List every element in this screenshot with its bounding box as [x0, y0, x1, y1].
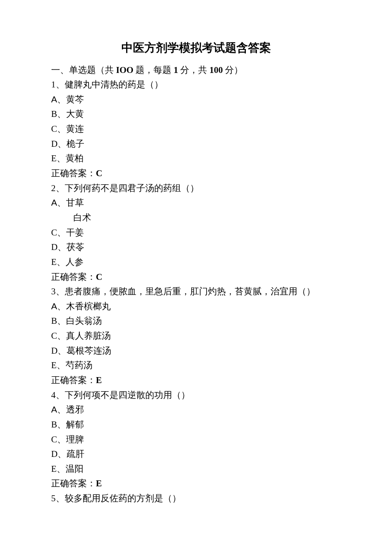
question-body: 下列何药不是四君子汤的药组（） [65, 183, 199, 193]
option-text: 理脾 [66, 434, 84, 445]
option-sep: 、 [57, 360, 66, 370]
option-sep: 、 [58, 346, 66, 356]
option-line: D、茯苓 [51, 240, 341, 255]
option-sep: 、 [57, 316, 66, 326]
option-text: 干姜 [66, 227, 84, 238]
page-title: 中医方剂学模拟考试题含答案 [51, 38, 341, 58]
option-text: 黄连 [66, 124, 84, 134]
answer-label: 正确答案： [51, 168, 96, 178]
option-sep: 、 [57, 124, 66, 134]
option-label: E [51, 257, 57, 267]
option-label: D [51, 449, 58, 459]
option-label: B [51, 316, 57, 326]
option-sep: 、 [57, 94, 66, 105]
option-line: A、透邪 [51, 402, 341, 417]
option-line: D、葛根芩连汤 [51, 343, 341, 358]
option-sep: 、 [58, 242, 66, 252]
option-line: B、大黄 [51, 107, 341, 122]
option-sep: 、 [57, 198, 66, 208]
option-text: 真人养脏汤 [66, 331, 111, 341]
section-count: IOO [116, 65, 133, 75]
option-text: 木香槟榔丸 [66, 301, 111, 311]
option-text: 黄芩 [66, 94, 84, 105]
option-line: E、芍药汤 [51, 358, 341, 373]
option-label: B [51, 419, 57, 430]
question-text: 5、较多配用反佐药的方剂是（） [51, 491, 341, 506]
option-sep: 、 [57, 153, 66, 163]
option-label: A [51, 94, 57, 104]
question-body: 较多配用反佐药的方剂是（） [65, 493, 181, 503]
option-label: B [51, 109, 57, 119]
option-text: 桅子 [66, 139, 84, 149]
option-line: C、真人养脏汤 [51, 328, 341, 343]
option-line: B、白头翁汤 [51, 314, 341, 328]
option-sep: 、 [57, 464, 66, 474]
question-number: 1、 [51, 79, 65, 90]
answer-label: 正确答案： [51, 272, 96, 282]
option-line: E、人参 [51, 255, 341, 270]
option-sep: 、 [57, 419, 66, 430]
section-header: 一、单选题（共 IOO 题，每题 1 分，共 100 分） [51, 63, 341, 78]
question-number: 3、 [51, 286, 65, 296]
section-mid1: 题，每题 [133, 65, 174, 75]
option-label: A [51, 198, 57, 207]
option-text: 甘草 [66, 198, 84, 208]
option-sep: 、 [57, 257, 66, 267]
section-prefix: 一、单选题（共 [51, 65, 116, 75]
answer-line: 正确答案：E [51, 476, 341, 491]
option-label: E [51, 464, 57, 474]
option-text: 大黄 [66, 109, 84, 119]
section-per: 1 [174, 65, 179, 75]
option-text: 葛根芩连汤 [66, 346, 111, 356]
answer-label: 正确答案： [51, 375, 96, 385]
option-line: C、理脾 [51, 432, 341, 447]
question-body: 健脾丸中清热的药是（） [65, 79, 163, 90]
section-mid2: 分，共 [178, 65, 210, 75]
option-text: 疏肝 [66, 449, 84, 459]
option-label: C [51, 227, 57, 238]
option-sep: 、 [57, 109, 66, 119]
option-label: C [51, 331, 57, 341]
answer-line: 正确答案：C [51, 270, 341, 285]
question-number: 2、 [51, 183, 65, 193]
question-text: 1、健脾丸中清热的药是（） [51, 77, 341, 92]
option-text: 白术 [73, 212, 91, 223]
question-number: 4、 [51, 390, 65, 400]
option-sep: 、 [57, 404, 66, 415]
question-text: 4、下列何项不是四逆散的功用（） [51, 388, 341, 403]
option-label: D [51, 346, 58, 356]
answer-value: E [96, 478, 102, 488]
option-line: A、甘草 [51, 195, 341, 210]
question-body: 患者腹痛，便脓血，里急后重，肛门灼热，苔黄腻，治宜用（） [65, 286, 315, 296]
option-sep: 、 [58, 139, 66, 149]
question-body: 下列何项不是四逆散的功用（） [65, 390, 190, 400]
option-text: 透邪 [66, 404, 84, 415]
option-line: D、桅子 [51, 137, 341, 151]
answer-value: C [96, 168, 102, 178]
option-label: E [51, 360, 57, 370]
option-sep: 、 [57, 301, 66, 311]
option-label: A [51, 301, 57, 311]
option-line: D、疏肝 [51, 447, 341, 462]
answer-line: 正确答案：E [51, 373, 341, 388]
answer-value: C [96, 272, 102, 282]
section-total: 100 [210, 65, 223, 75]
answer-line: 正确答案：C [51, 166, 341, 181]
option-text: 黄柏 [66, 153, 84, 163]
question-text: 2、下列何药不是四君子汤的药组（） [51, 181, 341, 196]
option-label: A [51, 404, 57, 414]
option-sep: 、 [57, 331, 66, 341]
questions-container: 1、健脾丸中清热的药是（）A、黄芩B、大黄C、黄连D、桅子E、黄柏正确答案：C2… [51, 77, 341, 506]
answer-label: 正确答案： [51, 478, 96, 488]
option-text: 茯苓 [66, 242, 84, 252]
option-label: C [51, 124, 57, 134]
option-line: A、木香槟榔丸 [51, 299, 341, 314]
option-label: E [51, 153, 57, 163]
option-text: 白头翁汤 [66, 316, 102, 326]
option-line: E、温阳 [51, 462, 341, 477]
question-text: 3、患者腹痛，便脓血，里急后重，肛门灼热，苔黄腻，治宜用（） [51, 284, 341, 299]
option-label: D [51, 139, 58, 149]
answer-value: E [96, 375, 102, 385]
option-text: 人参 [66, 257, 84, 267]
question-number: 5、 [51, 493, 65, 503]
